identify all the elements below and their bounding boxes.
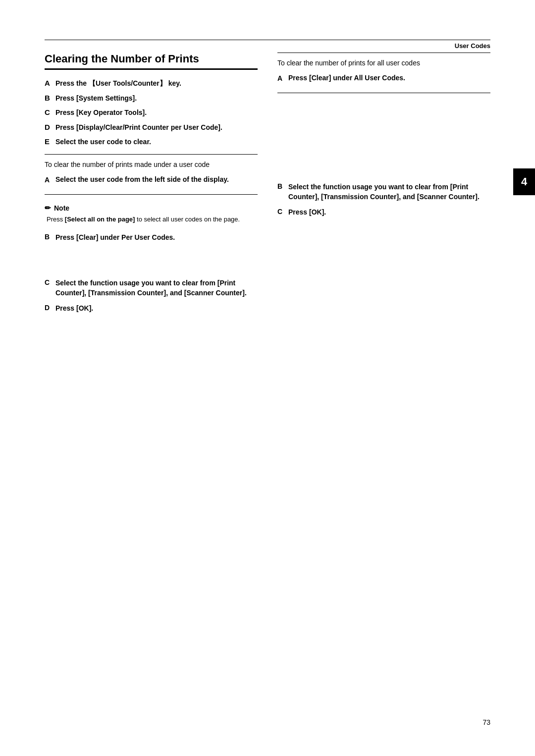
right-sub-section-label: To clear the number of prints for all us… — [277, 58, 490, 68]
step-d-after-letter: D — [45, 304, 53, 312]
note-label: Note — [54, 204, 69, 212]
step-d-after-text: Press [OK]. — [55, 304, 93, 314]
step-c-after-letter: C — [45, 278, 53, 286]
right-step-a-text: Press [Clear] under All User Codes. — [288, 73, 405, 83]
right-sub-section: To clear the number of prints for all us… — [277, 53, 490, 93]
step-c-after-text: Select the function usage you want to cl… — [55, 278, 258, 298]
right-step-a-letter: A — [277, 73, 285, 84]
right-step-b-letter: B — [277, 182, 285, 190]
step-d-letter: D — [45, 123, 53, 131]
step-e: E Select the user code to clear. — [45, 137, 258, 147]
step-b-after-letter: B — [45, 233, 53, 241]
section-title: Clearing the Number of Prints — [45, 53, 258, 70]
step-e-text: Select the user code to clear. — [55, 137, 151, 147]
step-d-after-note: D Press [OK]. — [45, 304, 258, 314]
note-text-prefix: Press — [47, 216, 65, 223]
step-a: A Press the 【User Tools/Counter】 key. — [45, 79, 258, 89]
right-spacer — [277, 103, 490, 182]
note-body: Press [Select all on the page] to select… — [47, 215, 258, 224]
page-number: 73 — [482, 718, 490, 726]
sub-section-label: To clear the number of prints made under… — [45, 160, 258, 170]
step-b-text: Press [System Settings]. — [55, 94, 137, 104]
header-row: User Codes — [45, 42, 490, 50]
chapter-label: User Codes — [455, 42, 490, 50]
chapter-tab: 4 — [513, 168, 535, 195]
sub-section-user-code: To clear the number of prints made under… — [45, 154, 258, 195]
right-step-b-text: Select the function usage you want to cl… — [288, 182, 490, 202]
step-b: B Press [System Settings]. — [45, 94, 258, 104]
step-b-after-note: B Press [Clear] under Per User Codes. — [45, 233, 258, 243]
step-c-after-note: C Select the function usage you want to … — [45, 278, 258, 298]
right-step-c: C Press [OK]. — [277, 208, 490, 217]
step-c-letter: C — [45, 108, 53, 116]
left-column: Clearing the Number of Prints A Press th… — [45, 53, 258, 318]
step-d-text: Press [Display/Clear/Print Counter per U… — [55, 123, 222, 133]
right-step-a: A Press [Clear] under All User Codes. — [277, 73, 490, 84]
sub-step-a-text: Select the user code from the left side … — [55, 175, 229, 185]
right-column: To clear the number of prints for all us… — [277, 53, 490, 318]
step-c: C Press [Key Operator Tools]. — [45, 108, 258, 118]
right-step-c-text: Press [OK]. — [288, 208, 326, 217]
page: User Codes 4 Clearing the Number of Prin… — [0, 0, 535, 756]
step-b-letter: B — [45, 94, 53, 102]
step-d: D Press [Display/Clear/Print Counter per… — [45, 123, 258, 133]
sub-step-a-letter: A — [45, 175, 53, 185]
spacer — [45, 249, 258, 278]
right-step-b: B Select the function usage you want to … — [277, 182, 490, 202]
step-a-text: Press the 【User Tools/Counter】 key. — [55, 79, 181, 89]
right-step-c-letter: C — [277, 208, 285, 216]
step-a-letter: A — [45, 79, 53, 87]
note-box: ✏ Note Press [Select all on the page] to… — [45, 204, 258, 224]
step-c-text: Press [Key Operator Tools]. — [55, 108, 147, 118]
note-icon: ✏ — [45, 204, 51, 213]
sub-step-a: A Select the user code from the left sid… — [45, 175, 258, 185]
note-bold: [Select all on the page] — [65, 216, 135, 223]
step-e-letter: E — [45, 137, 53, 146]
step-b-after-text: Press [Clear] under Per User Codes. — [55, 233, 175, 243]
header-divider — [45, 40, 490, 40]
note-title: ✏ Note — [45, 204, 258, 213]
note-text-suffix: to select all user codes on the page. — [135, 216, 240, 223]
two-col-layout: Clearing the Number of Prints A Press th… — [45, 53, 490, 318]
